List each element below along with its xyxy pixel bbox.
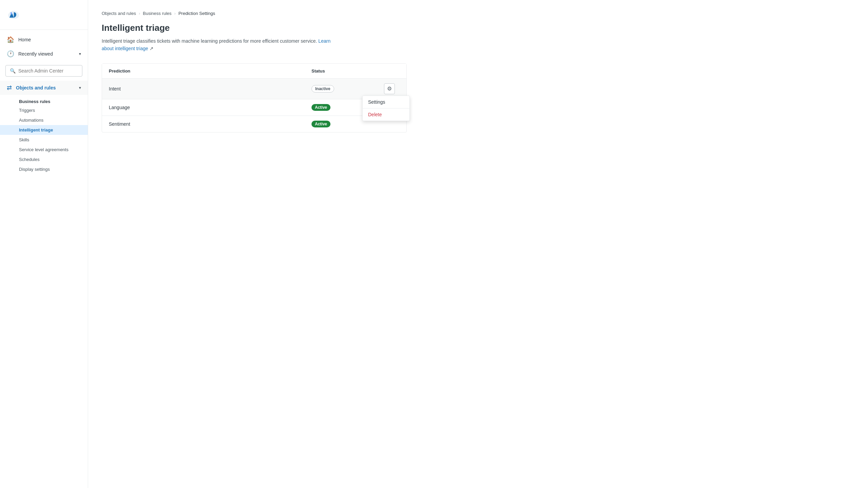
status-badge-language: Active xyxy=(311,104,330,111)
home-label: Home xyxy=(18,37,31,42)
sidebar-item-display-settings[interactable]: Display settings xyxy=(0,164,88,174)
status-badge-sentiment: Active xyxy=(311,121,330,127)
search-box[interactable]: 🔍 xyxy=(5,65,82,77)
column-prediction: Prediction xyxy=(109,68,311,74)
table-row: Sentiment Active xyxy=(102,116,406,132)
breadcrumb-sep-1: › xyxy=(139,11,140,16)
sidebar-navigation: 🏠 Home 🕐 Recently viewed ▾ 🔍 ⇄ Objects a… xyxy=(0,30,88,178)
table-header: Prediction Status xyxy=(102,64,406,79)
prediction-language: Language xyxy=(109,105,311,110)
prediction-intent: Intent xyxy=(109,86,311,92)
recently-viewed-left: 🕐 Recently viewed xyxy=(7,50,53,58)
breadcrumb-current: Prediction Settings xyxy=(178,11,215,16)
dropdown-menu: Settings Delete xyxy=(362,96,410,121)
predictions-table: Prediction Status Intent Inactive ⚙ Sett… xyxy=(102,63,407,133)
page-description-text: Intelligent triage classifies tickets wi… xyxy=(102,38,317,44)
sidebar-item-intelligent-triage[interactable]: Intelligent triage xyxy=(0,125,88,135)
sidebar-item-sla[interactable]: Service level agreements xyxy=(0,145,88,155)
sidebar: 🏠 Home 🕐 Recently viewed ▾ 🔍 ⇄ Objects a… xyxy=(0,0,88,488)
sidebar-item-skills[interactable]: Skills xyxy=(0,135,88,145)
sidebar-item-home[interactable]: 🏠 Home xyxy=(0,33,88,47)
sidebar-item-recently-viewed[interactable]: 🕐 Recently viewed ▾ xyxy=(0,47,88,61)
status-sentiment: Active xyxy=(311,121,379,127)
objects-and-rules-section[interactable]: ⇄ Objects and rules ▾ xyxy=(0,81,88,95)
main-content: Objects and rules › Business rules › Pre… xyxy=(88,0,868,488)
sidebar-item-triggers[interactable]: Triggers xyxy=(0,105,88,115)
breadcrumb-business-rules[interactable]: Business rules xyxy=(143,11,172,16)
prediction-sentiment: Sentiment xyxy=(109,121,311,127)
zendesk-logo xyxy=(7,8,20,22)
column-actions xyxy=(379,68,400,74)
breadcrumb-objects-rules[interactable]: Objects and rules xyxy=(102,11,136,16)
column-status: Status xyxy=(311,68,379,74)
clock-icon: 🕐 xyxy=(7,50,14,58)
section-header-left: ⇄ Objects and rules xyxy=(7,84,56,92)
objects-rules-chevron: ▾ xyxy=(79,85,81,90)
objects-rules-title: Objects and rules xyxy=(16,85,56,90)
sidebar-logo xyxy=(0,0,88,30)
external-link-icon: ↗ xyxy=(149,46,154,51)
business-rules-category: Business rules xyxy=(0,96,88,105)
dropdown-delete[interactable]: Delete xyxy=(363,108,409,121)
objects-rules-icon: ⇄ xyxy=(7,84,12,92)
status-badge-intent: Inactive xyxy=(311,85,334,93)
actions-intent: ⚙ Settings Delete xyxy=(379,83,400,94)
recently-viewed-label: Recently viewed xyxy=(18,51,53,57)
table-row: Intent Inactive ⚙ Settings Delete xyxy=(102,79,406,99)
page-title: Intelligent triage xyxy=(102,23,854,33)
recently-viewed-chevron: ▾ xyxy=(79,52,81,56)
sidebar-item-schedules[interactable]: Schedules xyxy=(0,155,88,164)
search-input[interactable] xyxy=(18,68,78,74)
dropdown-settings[interactable]: Settings xyxy=(363,96,409,108)
submenu: Business rules Triggers Automations Inte… xyxy=(0,95,88,176)
breadcrumb-sep-2: › xyxy=(174,11,176,16)
action-button-intent[interactable]: ⚙ xyxy=(384,83,395,94)
table-row: Language Active xyxy=(102,99,406,116)
page-description: Intelligent triage classifies tickets wi… xyxy=(102,37,332,53)
sidebar-item-automations[interactable]: Automations xyxy=(0,115,88,125)
home-icon: 🏠 xyxy=(7,36,14,43)
search-icon: 🔍 xyxy=(10,68,16,74)
status-intent: Inactive xyxy=(311,85,379,93)
search-container: 🔍 xyxy=(0,61,88,81)
breadcrumb: Objects and rules › Business rules › Pre… xyxy=(102,11,854,16)
